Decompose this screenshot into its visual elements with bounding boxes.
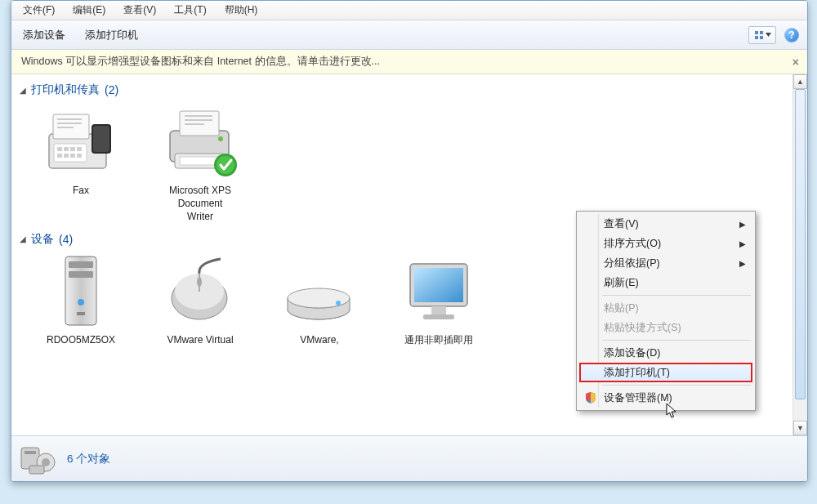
- ctx-view[interactable]: 查看(V) ▶: [579, 214, 752, 234]
- group-printers-label: 打印机和传真: [31, 83, 100, 97]
- svg-rect-41: [25, 451, 36, 454]
- device-computer-label: RDOO5MZ5OX: [47, 333, 115, 346]
- svg-rect-11: [70, 147, 75, 151]
- info-bar-text: Windows 可以显示增强型设备图标和来自 Internet 的信息。请单击进…: [21, 55, 380, 69]
- separator: [602, 295, 751, 296]
- menu-tools[interactable]: 工具(T): [166, 1, 214, 20]
- svg-rect-12: [77, 147, 82, 151]
- status-text: 6 个对象: [67, 452, 110, 466]
- menu-view[interactable]: 查看(V): [115, 1, 164, 20]
- svg-point-33: [288, 288, 350, 308]
- vertical-scrollbar[interactable]: ▲ ▼: [792, 74, 807, 435]
- info-bar-close[interactable]: ×: [792, 56, 799, 69]
- svg-rect-37: [414, 268, 463, 302]
- device-disk[interactable]: VMware,: [266, 248, 373, 350]
- svg-rect-8: [54, 144, 87, 162]
- disk-icon: [281, 256, 359, 329]
- group-printers-header[interactable]: ◢ 打印机和传真 (2): [20, 83, 784, 97]
- separator: [602, 340, 751, 341]
- add-printer-button[interactable]: 添加打印机: [83, 24, 140, 47]
- mouse-icon: [162, 256, 239, 329]
- svg-point-31: [197, 277, 202, 287]
- collapse-icon: ◢: [20, 234, 26, 243]
- svg-rect-15: [70, 154, 75, 158]
- device-mouse-label: VMware Virtual: [167, 333, 233, 346]
- menu-help[interactable]: 帮助(H): [217, 1, 266, 20]
- chevron-down-icon: [766, 33, 771, 37]
- svg-rect-9: [57, 147, 62, 151]
- ctx-sort[interactable]: 排序方式(O) ▶: [579, 234, 752, 253]
- svg-rect-5: [53, 114, 89, 139]
- monitor-icon: [400, 256, 478, 329]
- svg-rect-26: [69, 271, 93, 278]
- shield-icon: [584, 391, 597, 404]
- device-mouse[interactable]: VMware Virtual: [147, 248, 253, 350]
- ctx-add-device[interactable]: 添加设备(D): [579, 343, 752, 363]
- svg-rect-14: [64, 154, 69, 158]
- svg-point-34: [336, 301, 341, 306]
- device-fax-label: Fax: [73, 184, 89, 197]
- svg-rect-18: [180, 111, 219, 136]
- separator: [602, 385, 751, 386]
- svg-rect-25: [69, 261, 93, 268]
- svg-rect-44: [29, 466, 44, 474]
- status-bar: 6 个对象: [11, 435, 807, 481]
- menu-edit[interactable]: 编辑(E): [65, 1, 114, 20]
- menu-file[interactable]: 文件(F): [15, 1, 63, 20]
- group-printers-count: (2): [105, 83, 118, 96]
- device-monitor[interactable]: 通用非即插即用: [386, 248, 492, 350]
- svg-rect-38: [431, 306, 446, 314]
- command-bar: 添加设备 添加打印机 ?: [11, 20, 807, 50]
- svg-point-21: [218, 136, 223, 141]
- svg-rect-28: [77, 312, 85, 315]
- device-monitor-label: 通用非即插即用: [404, 333, 473, 346]
- svg-rect-16: [77, 154, 82, 158]
- svg-rect-7: [93, 126, 109, 152]
- add-device-button[interactable]: 添加设备: [21, 24, 67, 47]
- view-mode-dropdown[interactable]: [748, 26, 776, 44]
- device-fax[interactable]: Fax: [28, 99, 134, 227]
- device-xps-writer[interactable]: Microsoft XPS Document Writer: [147, 99, 253, 227]
- svg-rect-20: [180, 157, 219, 165]
- ctx-refresh[interactable]: 刷新(E): [579, 273, 752, 292]
- thumbnail-icon: [754, 30, 764, 40]
- info-bar[interactable]: Windows 可以显示增强型设备图标和来自 Internet 的信息。请单击进…: [11, 50, 807, 74]
- svg-rect-13: [57, 154, 62, 158]
- scroll-up-arrow[interactable]: ▲: [793, 74, 807, 89]
- svg-rect-10: [64, 147, 69, 151]
- printer-icon: [162, 106, 239, 180]
- context-menu: 查看(V) ▶ 排序方式(O) ▶ 分组依据(P) ▶ 刷新(E) 粘贴(P) …: [576, 211, 756, 411]
- device-disk-label: VMware,: [300, 333, 338, 346]
- svg-rect-1: [760, 31, 763, 34]
- svg-rect-39: [423, 314, 454, 319]
- menu-bar: 文件(F) 编辑(E) 查看(V) 工具(T) 帮助(H): [11, 1, 807, 20]
- svg-point-23: [217, 156, 234, 174]
- ctx-paste-shortcut: 粘贴快捷方式(S): [579, 318, 752, 337]
- submenu-arrow-icon: ▶: [739, 220, 746, 229]
- svg-rect-3: [760, 36, 763, 39]
- help-icon[interactable]: ?: [784, 28, 799, 42]
- group-devices-count: (4): [59, 233, 73, 246]
- fax-icon: [42, 106, 120, 180]
- submenu-arrow-icon: ▶: [739, 259, 746, 268]
- svg-point-27: [78, 299, 84, 306]
- scroll-thumb[interactable]: [795, 89, 806, 399]
- ctx-add-printer[interactable]: 添加打印机(T): [579, 363, 752, 382]
- ctx-paste: 粘贴(P): [579, 298, 752, 318]
- group-devices-label: 设备: [31, 232, 54, 247]
- device-xps-label: Microsoft XPS Document Writer: [169, 184, 231, 224]
- collapse-icon: ◢: [20, 86, 26, 95]
- svg-point-43: [42, 458, 50, 466]
- mouse-cursor-icon: [666, 403, 677, 419]
- submenu-arrow-icon: ▶: [739, 239, 746, 248]
- computer-tower-icon: [44, 253, 118, 331]
- scroll-down-arrow[interactable]: ▼: [793, 421, 807, 435]
- svg-rect-0: [755, 31, 758, 34]
- device-computer[interactable]: RDOO5MZ5OX: [28, 248, 134, 350]
- devices-collection-icon: [20, 443, 57, 475]
- svg-rect-2: [755, 36, 758, 39]
- ctx-group[interactable]: 分组依据(P) ▶: [579, 253, 752, 273]
